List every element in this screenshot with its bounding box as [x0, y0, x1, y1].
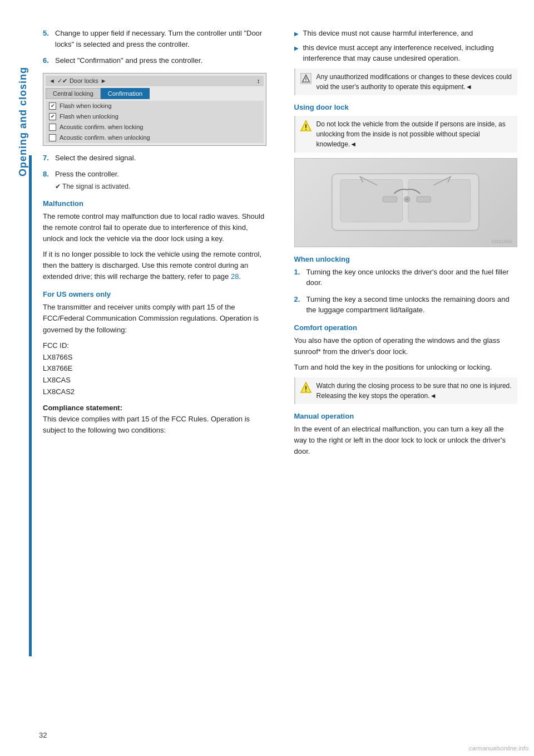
step-5: 5. Change to upper field if necessary. T…	[43, 28, 266, 50]
step-7-number: 7.	[43, 153, 55, 164]
warning-box-1: Any unauthorized modifications or change…	[294, 68, 518, 95]
step-6: 6. Select "Confirmation" and press the c…	[43, 55, 266, 66]
for-us-text: The transmitter and receiver units compl…	[43, 302, 266, 335]
svg-point-6	[305, 129, 306, 130]
malfunction-text-2: If it is no longer possible to lock the …	[43, 249, 266, 282]
warning-icon-3	[300, 381, 312, 394]
option-flash-unlocking: ✔ Flash when unlocking	[46, 111, 264, 122]
for-us-heading: For US owners only	[43, 290, 266, 298]
unlock-step-1: 1. Turning the key once unlocks the driv…	[294, 267, 518, 288]
ui-tab-bar: Central locking Confirmation	[46, 88, 264, 99]
sidebar: Opening and closing	[0, 0, 29, 756]
option-acoustic-unlocking-label: Acoustic confirm. when unlocking	[60, 134, 150, 141]
ui-mockup: ◄ ✓✔ Door locks ► ↕ Central locking Conf…	[43, 73, 266, 146]
triangle-icon-1: ▶	[294, 30, 299, 39]
step-6-text: Select "Confirmation" and press the cont…	[55, 55, 266, 66]
sidebar-label: Opening and closing	[17, 67, 29, 176]
step-6-number: 6.	[43, 55, 55, 66]
malfunction-heading: Malfunction	[43, 199, 266, 208]
bullet-2: ▶ this device must accept any interferen…	[294, 42, 518, 64]
ui-mockup-title: Door locks	[70, 77, 98, 84]
unlock-step-1-number: 1.	[294, 267, 306, 288]
step-8-number: 8.	[43, 169, 55, 192]
option-flash-locking-label: Flash when locking	[60, 102, 112, 109]
checkbox-acoustic-locking	[49, 124, 56, 131]
compliance-text: Compliance statement: This device compli…	[43, 402, 266, 436]
nav-arrow-left: ◄	[49, 77, 55, 84]
tab-confirmation: Confirmation	[101, 88, 150, 99]
bullet-1-text: This device must not cause harmful inter…	[303, 28, 473, 39]
warning-3-text: Watch during the closing process to be s…	[317, 381, 513, 401]
warning-box-3: Watch during the closing process to be s…	[294, 377, 518, 404]
when-unlocking-heading: When unlocking	[294, 255, 518, 263]
comfort-text-1: You also have the option of operating th…	[294, 335, 518, 357]
bullet-2-text: this device must accept any interference…	[303, 42, 518, 64]
svg-point-3	[305, 80, 306, 81]
manual-text: In the event of an electrical malfunctio…	[294, 424, 518, 457]
checkbox-flash-unlocking: ✔	[49, 113, 56, 120]
ui-mockup-header: ◄ ✓✔ Door locks ► ↕	[46, 76, 264, 86]
car-sketch-svg	[300, 163, 511, 242]
step-8: 8. Press the controller.✔ The signal is …	[43, 169, 266, 192]
compliance-heading: Compliance statement:	[43, 404, 122, 412]
page-container: Opening and closing 5. Change to upper f…	[0, 0, 534, 756]
option-flash-locking: ✔ Flash when locking	[46, 101, 264, 111]
svg-rect-11	[417, 197, 431, 202]
unlock-step-2: 2. Turning the key a second time unlocks…	[294, 294, 518, 316]
fcc-id-block: FCC ID: LX8766S LX8766E LX8CAS LX8CAS2	[43, 340, 266, 398]
step-7-text: Select the desired signal.	[55, 153, 266, 164]
malfunction-text-1: The remote control may malfunction due t…	[43, 211, 266, 244]
ui-mockup-header-left: ◄ ✓✔ Door locks ►	[49, 77, 107, 85]
comfort-heading: Comfort operation	[294, 323, 518, 332]
using-door-lock-heading: Using door lock	[294, 103, 518, 111]
bullet-1: ▶ This device must not cause harmful int…	[294, 28, 518, 39]
svg-point-13	[406, 198, 408, 200]
page-number: 32	[39, 731, 47, 739]
checkbox-flash-locking: ✔	[49, 102, 56, 110]
main-content: 5. Change to upper field if necessary. T…	[32, 0, 534, 756]
unlock-step-1-text: Turning the key once unlocks the driver'…	[306, 267, 518, 288]
image-label: SN21856	[491, 239, 512, 244]
comfort-text-2: Turn and hold the key in the positions f…	[294, 362, 518, 373]
warning-2-text: Do not lock the vehicle from the outside…	[317, 119, 513, 149]
unlock-step-2-number: 2.	[294, 294, 306, 316]
option-acoustic-locking-label: Acoustic confirm. when locking	[60, 124, 143, 130]
warning-box-2: Do not lock the vehicle from the outside…	[294, 116, 518, 153]
svg-rect-10	[383, 197, 397, 202]
step-7: 7. Select the desired signal.	[43, 153, 266, 164]
watermark: carmanualsonline.info	[469, 745, 528, 752]
checkbox-acoustic-unlocking	[49, 134, 56, 141]
nav-arrow-right: ►	[101, 77, 107, 84]
warning-1-text: Any unauthorized modifications or change…	[317, 72, 513, 92]
page-ref-link[interactable]: 28	[231, 272, 239, 281]
warning-icon-1	[300, 72, 312, 85]
unlock-step-2-text: Turning the key a second time unlocks th…	[306, 294, 518, 316]
option-flash-unlocking-label: Flash when unlocking	[60, 113, 118, 120]
checkmark-icon: ✓✔	[57, 77, 67, 85]
car-image: SN21856	[294, 158, 518, 247]
triangle-icon-2: ▶	[294, 44, 299, 64]
right-column: ▶ This device must not cause harmful int…	[289, 28, 518, 728]
step-5-text: Change to upper field if necessary. Turn…	[55, 28, 266, 50]
option-acoustic-unlocking: Acoustic confirm. when unlocking	[46, 132, 264, 143]
step-8-text: Press the controller.✔ The signal is act…	[55, 169, 266, 192]
left-column: 5. Change to upper field if necessary. T…	[43, 28, 272, 728]
manual-heading: Manual operation	[294, 412, 518, 420]
option-acoustic-locking: Acoustic confirm. when locking	[46, 122, 264, 132]
warning-icon-2	[300, 120, 312, 132]
tab-central-locking: Central locking	[46, 88, 101, 99]
svg-point-16	[305, 390, 306, 391]
scroll-icon: ↕	[257, 77, 260, 84]
step-5-number: 5.	[43, 28, 55, 50]
